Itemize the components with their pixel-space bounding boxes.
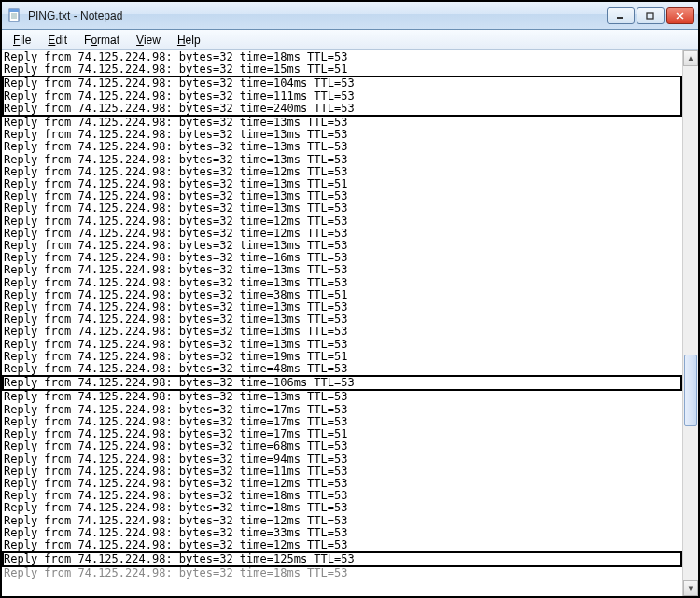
scroll-track[interactable] — [683, 66, 698, 580]
ping-line: Reply from 74.125.224.98: bytes=32 time=… — [4, 216, 680, 228]
ping-line: Reply from 74.125.224.98: bytes=32 time=… — [4, 466, 680, 478]
ping-line: Reply from 74.125.224.98: bytes=32 time=… — [4, 515, 680, 527]
scroll-down-button[interactable]: ▼ — [683, 580, 698, 596]
scroll-up-button[interactable]: ▲ — [683, 50, 698, 66]
menu-view[interactable]: View — [129, 32, 168, 49]
menubar: File Edit Format View Help — [2, 30, 698, 50]
ping-line: Reply from 74.125.224.98: bytes=32 time=… — [4, 567, 680, 579]
text-area[interactable]: Reply from 74.125.224.98: bytes=32 time=… — [2, 50, 682, 596]
ping-line: Reply from 74.125.224.98: bytes=32 time=… — [4, 391, 680, 403]
ping-line: Reply from 74.125.224.98: bytes=32 time=… — [4, 326, 680, 338]
ping-line: Reply from 74.125.224.98: bytes=32 time=… — [4, 539, 680, 551]
window-controls — [607, 7, 694, 24]
ping-line: Reply from 74.125.224.98: bytes=32 time=… — [4, 363, 680, 375]
ping-line: Reply from 74.125.224.98: bytes=32 time=… — [4, 202, 680, 215]
ping-line: Reply from 74.125.224.98: bytes=32 time=… — [4, 527, 680, 539]
minimize-button[interactable] — [607, 7, 635, 24]
highlighted-lines: Reply from 74.125.224.98: bytes=32 time=… — [2, 551, 682, 567]
menu-file[interactable]: File — [6, 32, 38, 49]
vertical-scrollbar[interactable]: ▲ ▼ — [682, 50, 698, 596]
ping-line: Reply from 74.125.224.98: bytes=32 time=… — [4, 103, 680, 115]
menu-format[interactable]: Format — [77, 32, 127, 49]
scroll-thumb[interactable] — [684, 355, 697, 426]
ping-line: Reply from 74.125.224.98: bytes=32 time=… — [4, 377, 680, 389]
ping-line: Reply from 74.125.224.98: bytes=32 time=… — [4, 440, 680, 452]
maximize-button[interactable] — [637, 7, 665, 24]
client-area: Reply from 74.125.224.98: bytes=32 time=… — [2, 50, 698, 596]
svg-rect-6 — [647, 13, 653, 19]
window-title: PING.txt - Notepad — [28, 9, 601, 22]
ping-line: Reply from 74.125.224.98: bytes=32 time=… — [4, 453, 680, 466]
ping-line: Reply from 74.125.224.98: bytes=32 time=… — [4, 502, 680, 514]
notepad-icon — [7, 8, 22, 23]
ping-line: Reply from 74.125.224.98: bytes=32 time=… — [4, 154, 680, 166]
ping-line: Reply from 74.125.224.98: bytes=32 time=… — [4, 264, 680, 276]
ping-line: Reply from 74.125.224.98: bytes=32 time=… — [4, 277, 680, 289]
highlighted-lines: Reply from 74.125.224.98: bytes=32 time=… — [2, 375, 682, 391]
ping-line: Reply from 74.125.224.98: bytes=32 time=… — [4, 77, 680, 90]
close-button[interactable] — [666, 7, 694, 24]
menu-edit[interactable]: Edit — [40, 32, 75, 49]
ping-line: Reply from 74.125.224.98: bytes=32 time=… — [4, 553, 680, 565]
ping-line: Reply from 74.125.224.98: bytes=32 time=… — [4, 141, 680, 153]
highlighted-lines: Reply from 74.125.224.98: bytes=32 time=… — [2, 76, 682, 117]
ping-line: Reply from 74.125.224.98: bytes=32 time=… — [4, 404, 680, 416]
ping-line: Reply from 74.125.224.98: bytes=32 time=… — [4, 339, 680, 351]
svg-rect-1 — [9, 9, 19, 12]
notepad-window: PING.txt - Notepad File Edit Format View… — [2, 2, 698, 596]
ping-line: Reply from 74.125.224.98: bytes=32 time=… — [4, 63, 680, 76]
ping-line: Reply from 74.125.224.98: bytes=32 time=… — [4, 90, 680, 103]
menu-help[interactable]: Help — [170, 32, 208, 49]
titlebar[interactable]: PING.txt - Notepad — [2, 2, 698, 30]
